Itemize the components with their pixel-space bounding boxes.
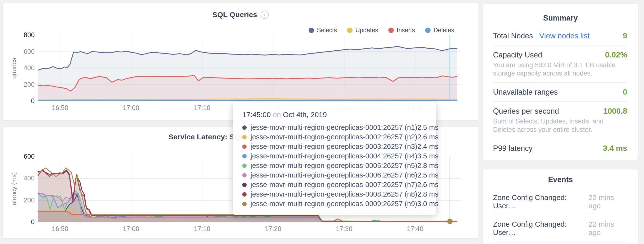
node-name: jesse-movr-multi-region-georeplicas-0001… (250, 124, 417, 132)
summary-subtext: You are using 593.0 MiB of 3.1 TiB usabl… (493, 61, 627, 77)
summary-subtext: Sum of Selects, Updates, Inserts, and De… (493, 117, 627, 134)
sql-queries-chart-plot[interactable] (38, 35, 461, 101)
summary-label: Capacity Used (493, 51, 542, 59)
y-axis-tick-label: 400 (13, 175, 35, 182)
x-axis-tick-label: 17:10 (185, 225, 219, 233)
x-axis-tick-label: 17:10 (185, 104, 219, 112)
y-axis-tick-label: 600 (13, 153, 35, 160)
events-rows: Zone Config Changed: User…22 mins agoZon… (483, 188, 638, 244)
event-time: 22 mins ago (588, 193, 627, 210)
legend-label: Deletes (434, 27, 454, 34)
legend-item-updates[interactable]: Updates (347, 27, 378, 34)
x-axis-tick-label: 17:00 (114, 225, 148, 233)
node-latency-value: 3.5 ms (417, 152, 438, 160)
y-axis-tick-label: 200 (13, 197, 35, 204)
node-name: jesse-movr-multi-region-georeplicas-0006… (250, 171, 417, 179)
y-axis-tick-label: 400 (13, 64, 35, 72)
node-name: jesse-movr-multi-region-georeplicas-0009… (250, 200, 417, 208)
node-name: jesse-movr-multi-region-georeplicas-0007… (250, 181, 417, 189)
tooltip-node-row: jesse-movr-multi-region-georeplicas-0002… (242, 132, 427, 142)
x-axis-tick-label: 17:40 (398, 225, 432, 233)
y-axis-tick-label: 0 (13, 97, 35, 105)
tooltip-header: 17:45:00 on Oct 4th, 2019 (242, 110, 427, 119)
sql-chart-title: SQL Queries (212, 11, 257, 19)
events-panel: Events Zone Config Changed: User…22 mins… (482, 169, 638, 244)
chart-hover-tooltip: 17:45:00 on Oct 4th, 2019 jesse-movr-mul… (233, 102, 436, 215)
node-color-dot (242, 164, 246, 168)
x-axis-tick-label: 17:20 (256, 225, 290, 233)
summary-label: Total Nodes (493, 32, 533, 40)
sql-chart-legend: SelectsUpdatesInsertsDeletes (308, 27, 454, 34)
legend-item-inserts[interactable]: Inserts (388, 27, 415, 34)
event-row[interactable]: Zone Config Changed: User…22 mins ago (493, 188, 627, 215)
y-axis-tick-label: 0 (13, 218, 35, 226)
y-axis-tick-label: 800 (13, 31, 35, 39)
summary-label: Queries per second (493, 107, 559, 116)
summary-row-line: Unavailable ranges0 (493, 87, 627, 97)
node-color-dot (242, 145, 246, 149)
node-latency-value: 3.0 ms (417, 200, 438, 208)
x-axis-tick-label: 16:50 (43, 104, 77, 112)
event-row[interactable]: Zone Config Changed: User…22 mins ago (493, 242, 627, 244)
summary-rows: Total NodesView nodes list9Capacity Used… (483, 26, 638, 158)
summary-row: Total NodesView nodes list9 (493, 26, 627, 46)
tooltip-date: Oct 4th, 2019 (283, 110, 327, 118)
tooltip-node-row: jesse-movr-multi-region-georeplicas-0003… (242, 142, 427, 151)
tooltip-time: 17:45:00 (242, 110, 271, 118)
node-latency-value: 2.5 ms (417, 171, 438, 179)
summary-value: 0.02% (605, 50, 627, 59)
y-axis-tick-label: 600 (13, 48, 35, 56)
summary-row-line: P99 latency3.4 ms (493, 144, 627, 153)
node-name: jesse-movr-multi-region-georeplicas-0005… (250, 162, 417, 170)
node-color-dot (242, 126, 246, 130)
node-latency-value: 2.8 ms (417, 190, 438, 198)
tooltip-node-row: jesse-movr-multi-region-georeplicas-0006… (242, 170, 427, 180)
hover-point-marker (447, 219, 452, 224)
event-row[interactable]: Zone Config Changed: User…22 mins ago (493, 215, 627, 242)
node-color-dot (242, 154, 246, 158)
summary-value: 0 (623, 87, 627, 97)
event-time: 22 mins ago (588, 220, 627, 237)
x-axis-tick-label: 16:50 (43, 225, 77, 233)
view-nodes-list-link[interactable]: View nodes list (539, 32, 590, 40)
node-color-dot (242, 183, 246, 187)
summary-value: 1000.8 (603, 107, 627, 116)
summary-label: Unavailable ranges (493, 88, 558, 97)
tooltip-node-row: jesse-movr-multi-region-georeplicas-0009… (242, 199, 427, 208)
legend-dot (347, 28, 352, 33)
legend-dot (308, 28, 314, 33)
y-axis-tick-label: 200 (13, 81, 35, 88)
legend-dot (425, 28, 430, 33)
legend-item-selects[interactable]: Selects (308, 27, 337, 34)
summary-value: 3.4 ms (603, 144, 627, 153)
cluster-overview-page: SQL Queries i SelectsUpdatesInsertsDelet… (0, 0, 644, 244)
node-name: jesse-movr-multi-region-georeplicas-0004… (250, 152, 417, 160)
summary-row: Capacity Used0.02%You are using 593.0 Mi… (493, 46, 627, 83)
node-color-dot (242, 202, 246, 206)
tooltip-node-row: jesse-movr-multi-region-georeplicas-0008… (242, 189, 427, 199)
tooltip-node-row: jesse-movr-multi-region-georeplicas-0004… (242, 151, 427, 161)
node-name: jesse-movr-multi-region-georeplicas-0008… (250, 190, 417, 198)
legend-label: Updates (356, 27, 378, 34)
tooltip-on: on (273, 110, 283, 118)
node-latency-value: 2.6 ms (417, 133, 438, 141)
summary-row-line: Capacity Used0.02% (493, 50, 627, 59)
node-latency-value: 2.4 ms (417, 143, 438, 151)
x-axis-tick-label: 17:30 (327, 225, 361, 233)
legend-item-deletes[interactable]: Deletes (425, 27, 454, 34)
summary-panel: Summary Total NodesView nodes list9Capac… (482, 4, 638, 160)
node-latency-value: 2.5 ms (417, 124, 438, 132)
summary-title: Summary (483, 14, 638, 23)
events-title: Events (483, 175, 638, 184)
x-axis-tick-label: 17:00 (114, 104, 148, 112)
tooltip-node-row: jesse-movr-multi-region-georeplicas-0001… (242, 123, 427, 132)
legend-label: Inserts (397, 27, 415, 34)
node-latency-value: 2.6 ms (417, 181, 438, 189)
info-icon[interactable]: i (260, 11, 269, 19)
tooltip-node-list: jesse-movr-multi-region-georeplicas-0001… (242, 123, 427, 208)
legend-label: Selects (317, 27, 337, 34)
summary-row-line: Queries per second1000.8 (493, 107, 627, 116)
event-label: Zone Config Changed: User… (493, 193, 588, 210)
legend-dot (388, 28, 394, 33)
node-color-dot (242, 173, 246, 178)
